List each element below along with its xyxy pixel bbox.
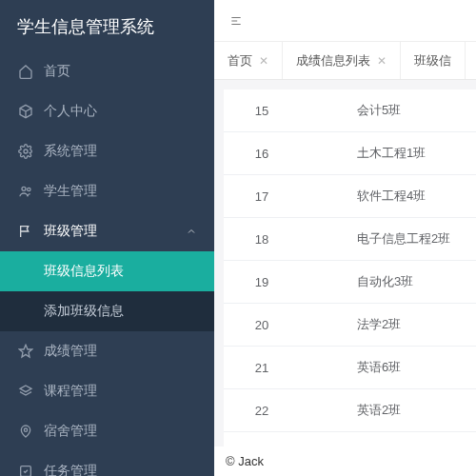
row-class-name: 会计5班 <box>300 89 476 132</box>
nav-courses[interactable]: 课程管理 <box>0 371 214 411</box>
submenu-class-list[interactable]: 班级信息列表 <box>0 251 214 291</box>
svg-point-0 <box>24 149 28 153</box>
nav-dorm[interactable]: 宿舍管理 <box>0 411 214 451</box>
cube-icon <box>17 103 34 120</box>
table-row[interactable]: 19自动化3班 <box>224 261 476 304</box>
nav-grades[interactable]: 成绩管理 <box>0 331 214 371</box>
row-index: 15 <box>224 89 300 132</box>
home-icon <box>17 63 34 80</box>
main-content: 首页 ✕ 成绩信息列表 ✕ 班级信 15会计5班16土木工程1班17软件工程4班… <box>214 0 476 476</box>
svg-point-3 <box>24 428 27 431</box>
nav-label: 宿舍管理 <box>44 423 197 440</box>
table-row[interactable]: 18电子信息工程2班 <box>224 218 476 261</box>
svg-point-1 <box>22 187 26 190</box>
nav-students[interactable]: 学生管理 <box>0 171 214 211</box>
row-class-name: 电子信息工程2班 <box>300 218 476 261</box>
nav-classes[interactable]: 班级管理 <box>0 211 214 251</box>
nav-list: 首页 个人中心 系统管理 学生管理 班级管理 班级信息列表 添加班级信息 成绩管… <box>0 51 214 476</box>
footer: © Jack <box>214 446 476 476</box>
row-index: 19 <box>224 261 300 304</box>
row-class-name: 软件工程4班 <box>300 175 476 218</box>
nav-label: 班级管理 <box>44 223 186 240</box>
row-index: 22 <box>224 389 300 432</box>
nav-label: 学生管理 <box>44 183 197 200</box>
nav-label: 任务管理 <box>44 463 197 476</box>
table-row[interactable]: 17软件工程4班 <box>224 175 476 218</box>
table-row[interactable]: 22英语2班 <box>224 389 476 432</box>
sidebar: 学生信息管理系统 首页 个人中心 系统管理 学生管理 班级管理 班级信息列表 添… <box>0 0 214 476</box>
table-row[interactable]: 15会计5班 <box>224 89 476 132</box>
nav-system[interactable]: 系统管理 <box>0 131 214 171</box>
row-index: 16 <box>224 132 300 175</box>
row-class-name: 土木工程1班 <box>300 132 476 175</box>
row-class-name: 英语6班 <box>300 347 476 389</box>
nav-profile[interactable]: 个人中心 <box>0 91 214 131</box>
class-table: 15会计5班16土木工程1班17软件工程4班18电子信息工程2班19自动化3班2… <box>224 89 476 432</box>
row-class-name: 法学2班 <box>300 304 476 347</box>
nav-label: 系统管理 <box>44 143 197 160</box>
tab-label: 成绩信息列表 <box>296 52 370 69</box>
tab-home[interactable]: 首页 ✕ <box>214 42 283 79</box>
system-title: 学生信息管理系统 <box>0 0 214 51</box>
svg-point-2 <box>28 188 30 190</box>
tab-label: 首页 <box>228 52 252 69</box>
collapse-toggle-icon[interactable] <box>228 14 245 28</box>
row-index: 21 <box>224 347 300 389</box>
tabs-bar: 首页 ✕ 成绩信息列表 ✕ 班级信 <box>214 42 476 80</box>
content-area: 15会计5班16土木工程1班17软件工程4班18电子信息工程2班19自动化3班2… <box>214 80 476 446</box>
table-body: 15会计5班16土木工程1班17软件工程4班18电子信息工程2班19自动化3班2… <box>224 89 476 432</box>
nav-home[interactable]: 首页 <box>0 51 214 91</box>
close-icon[interactable]: ✕ <box>377 54 387 68</box>
chevron-up-icon <box>186 226 197 237</box>
submenu-class-add[interactable]: 添加班级信息 <box>0 291 214 331</box>
tab-class-info[interactable]: 班级信 <box>401 42 466 79</box>
table-row[interactable]: 20法学2班 <box>224 304 476 347</box>
nav-tasks[interactable]: 任务管理 <box>0 451 214 476</box>
row-index: 17 <box>224 175 300 218</box>
row-class-name: 英语2班 <box>300 389 476 432</box>
topbar <box>214 0 476 42</box>
close-icon[interactable]: ✕ <box>259 54 268 68</box>
table-card: 15会计5班16土木工程1班17软件工程4班18电子信息工程2班19自动化3班2… <box>224 89 476 446</box>
tab-grades-list[interactable]: 成绩信息列表 ✕ <box>283 42 401 79</box>
nav-label: 首页 <box>44 63 197 80</box>
layers-icon <box>17 383 34 400</box>
check-icon <box>17 463 34 476</box>
tab-label: 班级信 <box>414 52 451 69</box>
row-index: 18 <box>224 218 300 261</box>
row-index: 20 <box>224 304 300 347</box>
flag-icon <box>17 223 34 240</box>
location-icon <box>17 423 34 440</box>
star-icon <box>17 343 34 360</box>
nav-label: 课程管理 <box>44 383 197 400</box>
nav-label: 个人中心 <box>44 103 197 120</box>
table-row[interactable]: 16土木工程1班 <box>224 132 476 175</box>
users-icon <box>17 183 34 200</box>
gear-icon <box>17 143 34 160</box>
nav-label: 成绩管理 <box>44 343 197 360</box>
table-row[interactable]: 21英语6班 <box>224 347 476 389</box>
submenu-classes: 班级信息列表 添加班级信息 <box>0 251 214 331</box>
row-class-name: 自动化3班 <box>300 261 476 304</box>
